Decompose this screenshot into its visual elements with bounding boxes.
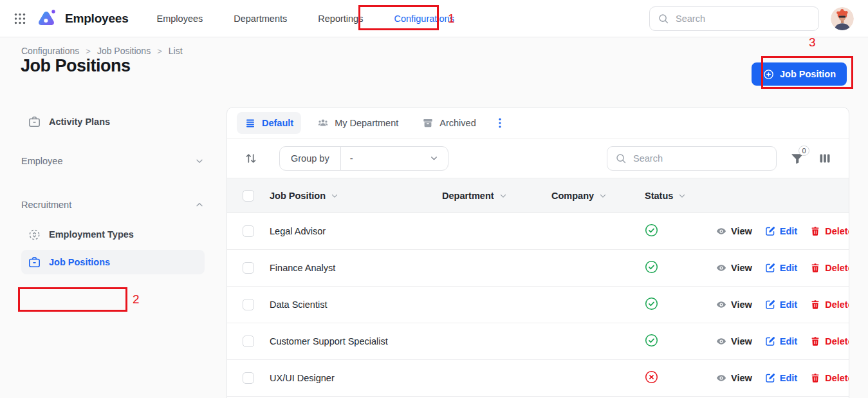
global-search-input[interactable] (676, 14, 811, 24)
table-search[interactable] (607, 146, 777, 171)
row-checkbox[interactable] (243, 336, 254, 347)
delete-button[interactable]: Delete (809, 225, 849, 237)
sidebar-section-label: Recruitment (21, 200, 71, 210)
job-position-cell: Data Scientist (270, 299, 442, 310)
top-navbar: Employees Employees Departments Reportin… (0, 0, 868, 37)
search-icon (615, 153, 627, 164)
chevron-down-icon (678, 191, 687, 200)
page-content: Configurations > Job Positions > List Jo… (0, 37, 868, 398)
edit-button[interactable]: Edit (764, 225, 797, 237)
view-button[interactable]: View (716, 225, 752, 237)
view-label: View (731, 299, 752, 310)
column-header-job-position[interactable]: Job Position (270, 191, 442, 201)
column-label: Company (551, 191, 594, 201)
sort-icon[interactable] (244, 151, 258, 166)
people-icon (317, 117, 329, 129)
columns-icon[interactable] (818, 151, 832, 166)
edit-label: Edit (780, 336, 797, 346)
sidebar-section-employee[interactable]: Employee (21, 156, 205, 166)
plus-circle-icon (762, 68, 775, 81)
filter-count-badge: 0 (799, 146, 809, 156)
tab-default[interactable]: Default (237, 112, 301, 134)
nav-item-departments[interactable]: Departments (232, 10, 288, 28)
column-header-company[interactable]: Company (551, 191, 645, 201)
edit-label: Edit (780, 373, 797, 383)
sidebar-item-job-positions[interactable]: Job Positions (21, 250, 205, 274)
edit-label: Edit (780, 263, 797, 273)
view-label: View (731, 226, 752, 236)
chevron-up-icon (194, 200, 205, 210)
view-button[interactable]: View (716, 372, 752, 384)
status-icon (645, 370, 658, 384)
edit-icon (764, 299, 776, 310)
table-header: Job Position Department Company Status (227, 178, 849, 213)
table-search-input[interactable] (633, 153, 768, 164)
column-header-department[interactable]: Department (442, 191, 551, 201)
row-checkbox[interactable] (243, 262, 254, 274)
select-all-checkbox[interactable] (243, 190, 254, 202)
view-tabs: Default My Department Archived (227, 108, 849, 138)
tab-archived[interactable]: Archived (414, 112, 483, 134)
edit-button[interactable]: Edit (764, 299, 797, 310)
row-checkbox[interactable] (243, 372, 254, 384)
nav-item-configurations[interactable]: Configurations (392, 10, 456, 28)
table-toolbar: Group by - 0 (227, 138, 849, 178)
add-job-position-label: Job Position (780, 69, 836, 79)
delete-button[interactable]: Delete (809, 262, 849, 274)
tab-my-department[interactable]: My Department (309, 112, 406, 134)
tab-label: My Department (335, 118, 398, 128)
add-job-position-button[interactable]: Job Position (752, 62, 847, 86)
chevron-down-icon (499, 191, 508, 200)
edit-button[interactable]: Edit (764, 262, 797, 274)
nav-item-reportings[interactable]: Reportings (317, 10, 364, 28)
trash-icon (809, 372, 821, 384)
edit-icon (764, 336, 776, 347)
sidebar-section-recruitment[interactable]: Recruitment (21, 200, 205, 210)
tab-label: Archived (439, 118, 476, 128)
sidebar-item-label: Activity Plans (49, 117, 110, 127)
view-button[interactable]: View (716, 336, 752, 347)
employment-types-icon (28, 228, 41, 242)
delete-button[interactable]: Delete (809, 336, 849, 347)
view-label: View (731, 336, 752, 346)
edit-button[interactable]: Edit (764, 336, 797, 347)
column-header-status[interactable]: Status (645, 191, 716, 201)
group-by-control[interactable]: Group by - (279, 146, 448, 171)
view-label: View (731, 263, 752, 273)
view-label: View (731, 373, 752, 383)
sidebar-item-employment-types[interactable]: Employment Types (21, 222, 205, 247)
user-avatar[interactable] (831, 7, 854, 30)
status-icon (645, 223, 658, 237)
edit-icon (764, 372, 776, 384)
row-checkbox[interactable] (243, 225, 254, 237)
table-row: Finance Analyst View Edit Delete (227, 250, 849, 287)
group-by-value: - (350, 153, 353, 164)
delete-button[interactable]: Delete (809, 372, 849, 384)
row-checkbox[interactable] (243, 299, 254, 310)
tabs-more-menu-icon[interactable] (494, 117, 506, 129)
global-search[interactable] (649, 6, 819, 31)
eye-icon (716, 225, 727, 237)
group-by-select[interactable]: - (341, 147, 448, 170)
breadcrumb-job-positions[interactable]: Job Positions (97, 46, 151, 56)
delete-button[interactable]: Delete (809, 299, 849, 310)
view-button[interactable]: View (716, 299, 752, 310)
view-button[interactable]: View (716, 262, 752, 274)
edit-icon (764, 225, 776, 237)
breadcrumb-configurations[interactable]: Configurations (21, 46, 79, 56)
archive-icon (422, 117, 434, 129)
chevron-down-icon (598, 191, 607, 200)
chevron-down-icon (429, 153, 439, 163)
eye-icon (716, 372, 727, 384)
breadcrumb-list[interactable]: List (169, 46, 183, 56)
app-logo-icon[interactable] (36, 8, 57, 29)
sidebar-item-activity-plans[interactable]: Activity Plans (21, 109, 205, 134)
edit-button[interactable]: Edit (764, 372, 797, 384)
sidebar-section-label: Employee (21, 156, 62, 166)
apps-grid-icon[interactable] (14, 13, 26, 24)
delete-label: Delete (825, 336, 849, 346)
trash-icon (809, 299, 821, 310)
filter-button[interactable]: 0 (790, 151, 804, 166)
job-position-cell: Customer Support Specialist (270, 336, 442, 346)
nav-item-employees[interactable]: Employees (156, 10, 205, 28)
